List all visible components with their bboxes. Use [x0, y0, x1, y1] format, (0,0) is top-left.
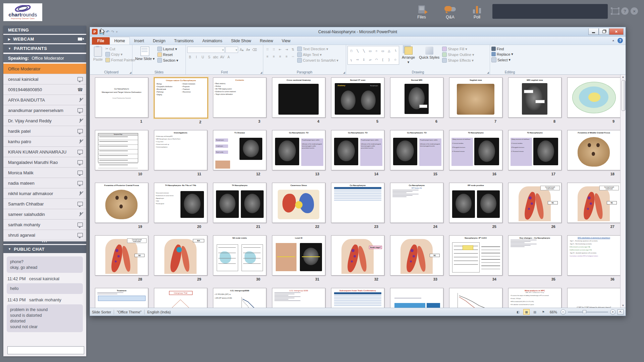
paste-button[interactable]: Paste [92, 46, 104, 70]
format-painter-button[interactable]: Format Painter [105, 58, 136, 62]
shape-glyph-icon[interactable]: ▭ [369, 49, 372, 53]
participant-row[interactable]: kanhu patro [3, 136, 86, 147]
participant-row[interactable]: nikhil kumar athmakoor [3, 188, 86, 199]
files-button[interactable]: Files [411, 4, 432, 19]
participant-row[interactable]: nadia mateen [3, 178, 86, 188]
participant-row[interactable]: Samarth Chhatbar [3, 199, 86, 209]
shape-glyph-icon[interactable]: ⇨ [356, 58, 359, 61]
slide-thumbnail-13[interactable]: Ca Nasopharynx -T2Parapharyngeal space a… [272, 130, 325, 170]
reset-button[interactable]: Reset [157, 52, 178, 57]
collapse-ribbon-icon[interactable]: ▲ [612, 39, 615, 42]
slide-thumbnail-6[interactable]: Normal MRI [390, 77, 443, 118]
slide-thumbnail-18[interactable]: Foramina of Middle Cranial Fossa [567, 130, 621, 170]
participant-row[interactable]: cessal kainickal [3, 74, 86, 84]
close-window-button[interactable]: ✕ [609, 28, 624, 35]
participant-row[interactable]: anandkumar panneerselvam [3, 105, 86, 116]
av-format-icon[interactable]: AV [219, 54, 225, 60]
slide-thumbnail-9[interactable] [567, 77, 621, 118]
a-format-icon[interactable]: A [226, 54, 231, 60]
shape-glyph-icon[interactable]: □ [351, 49, 352, 53]
slide-thumbnail-4[interactable]: Cross sectional Anatomy [272, 77, 325, 118]
slide-thumbnail-42[interactable] [390, 288, 443, 308]
dialog-launcher-icon[interactable]: ◢ [343, 71, 345, 74]
shape-glyph-icon[interactable]: ⇩ [363, 58, 365, 61]
slide-thumbnail-22[interactable]: Cavernous Sinus [272, 183, 325, 223]
slide-thumbnail-45[interactable]: CCRT Vs CCRT followed by Adjuvant chemo? [567, 288, 621, 308]
slide-thumbnail-25[interactable]: RP node positive [449, 183, 502, 223]
resize-handle[interactable]: ••• [3, 241, 86, 244]
slide-thumbnail-19[interactable]: Foramina of Posterior Cranial Fossa [95, 183, 148, 223]
font-name-combo[interactable]: ▾ [187, 47, 225, 53]
slide-thumbnail-16[interactable]: T3 Nasopharynx1 Bony structures of skull… [449, 130, 502, 170]
tab-view[interactable]: View [277, 37, 295, 45]
slide-thumbnail-36[interactable]: WHO classification of carcinoma of nasop… [567, 235, 621, 276]
s-format-icon[interactable]: S [206, 54, 212, 60]
zoom-slider-thumb[interactable] [583, 310, 586, 315]
participant-row[interactable]: Office Moderator [3, 64, 86, 74]
find-button[interactable]: Find [491, 47, 528, 51]
align-right-icon[interactable]: ≡ [277, 54, 283, 59]
participant-row[interactable]: hardik patel [3, 126, 86, 136]
section-button[interactable]: Section ▾ [157, 58, 178, 63]
zoom-in-icon[interactable]: + [610, 309, 615, 315]
slide-thumbnail-15[interactable]: Ca Nasopharynx -T2Parapharyngeal space a… [390, 130, 443, 170]
columns-icon[interactable]: ▫▫ [290, 54, 296, 59]
redo-icon[interactable]: ↷ [111, 29, 114, 34]
slide-thumbnail-38[interactable]: Intergroup Trial [154, 288, 207, 308]
slide-thumbnail-32[interactable]: Nodal stage? [331, 235, 384, 276]
slide-thumbnail-17[interactable]: T3 Nasopharynx1 Bony structures of skull… [508, 130, 561, 170]
slide-thumbnail-21[interactable]: T4 Nasopharynx [213, 183, 266, 223]
chat-input[interactable] [7, 346, 84, 354]
office-help-icon[interactable]: ? [618, 38, 623, 43]
save-icon[interactable]: 💾 [99, 29, 104, 34]
copy-button[interactable]: Copy▾ [105, 52, 136, 57]
tab-review[interactable]: Review [256, 37, 277, 45]
slide-thumbnail-2[interactable]: Unique nature Ca Nasopharynx• Biology• G… [154, 77, 208, 118]
decrease-indent-icon[interactable]: ⇤ [277, 47, 283, 52]
fit-to-window-icon[interactable]: ⇱ [618, 309, 624, 315]
slide-thumbnail-43[interactable] [449, 288, 502, 308]
shape-glyph-icon[interactable]: ╲ [363, 49, 365, 53]
slide-thumbnail-3[interactable]: Contents• Basic anatomy• Workup• 8th TNM… [213, 77, 266, 118]
slide-thumbnail-7[interactable]: Sagittal view [449, 77, 502, 118]
abc-format-icon[interactable]: abc [213, 54, 219, 60]
webcam-section-header[interactable]: ▶ WEBCAM [3, 35, 86, 43]
shape-glyph-icon[interactable]: } [388, 58, 389, 61]
slide-thumbnail-35[interactable]: Key changes – Ca Nasopharynx [508, 235, 561, 276]
participant-row[interactable]: 00919446800850☎ [3, 84, 86, 95]
participant-row[interactable]: shruti agarwal [3, 230, 86, 240]
participant-row[interactable]: Mangaladevi Maruthi Rao [3, 157, 86, 168]
slide-thumbnail-41[interactable]: Subsequent Asian Trials Confirmatory [331, 288, 384, 308]
select-button[interactable]: Select ▾ [491, 57, 528, 62]
participant-row[interactable]: sameer salahuddin [3, 209, 86, 220]
replace-button[interactable]: Replace ▾ [491, 52, 528, 56]
shape-fill-button[interactable]: Shape Fill ▾ [442, 47, 474, 51]
cut-button[interactable]: ✂Cut [105, 47, 136, 51]
minimize-button[interactable] [588, 28, 599, 35]
zoom-out-icon[interactable]: − [560, 309, 566, 315]
participant-row[interactable]: ARYA BANIDUTTA [3, 95, 86, 105]
align-center-icon[interactable]: ≡ [271, 54, 277, 59]
participant-row[interactable]: Monica Malik [3, 168, 86, 178]
shape-glyph-icon[interactable]: ◠ [375, 58, 378, 61]
layout-button[interactable]: Layout ▾ [157, 47, 178, 51]
participant-row[interactable]: Dr. Vijay Anand Reddy [3, 116, 86, 126]
shape-glyph-icon[interactable]: ☆ [394, 58, 397, 61]
bullets-icon[interactable]: ⁝⁝ [265, 47, 270, 52]
i-format-icon[interactable]: I [194, 54, 199, 60]
slide-thumbnail-5[interactable]: Normal CT scanAnatomyNasopharynx [331, 77, 384, 118]
slide-thumbnail-26[interactable]: Cervical lymph node/nodesN1 [508, 183, 561, 223]
shape-glyph-icon[interactable]: { [382, 58, 383, 61]
tab-transitions[interactable]: Transitions [170, 37, 198, 45]
text-direction-button[interactable]: Text Direction ▾ [297, 47, 338, 51]
language-label[interactable]: English (India) [147, 310, 171, 314]
font-size-combo[interactable]: ▾ [225, 47, 238, 53]
qa-button[interactable]: Q&A [439, 4, 461, 19]
increase-indent-icon[interactable]: ⇥ [284, 47, 289, 52]
tab-file[interactable]: File [92, 37, 110, 45]
slide-thumbnail-44[interactable]: Meta-analysis in NPCMAC-NPC Collaborativ… [508, 288, 561, 308]
slide-thumbnail-20[interactable]: T4 Nasopharynx- No T4a or! T4b•Intracran… [154, 183, 207, 223]
zoom-slider[interactable] [568, 312, 608, 312]
shape-glyph-icon[interactable]: ┐ [350, 58, 352, 61]
slide-thumbnail-28[interactable]: Cervical lymph node/nodesN2 [95, 235, 148, 276]
